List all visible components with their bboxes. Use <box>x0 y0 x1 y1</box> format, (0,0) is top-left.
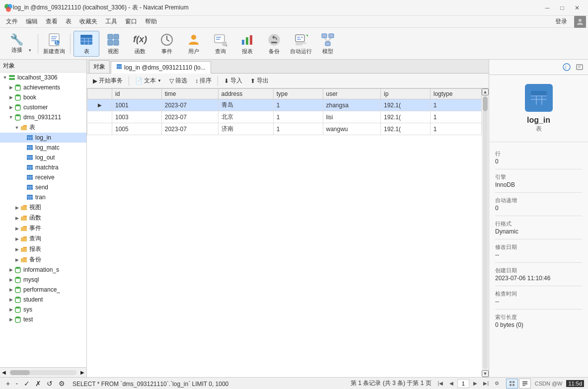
page-number-input[interactable] <box>457 379 469 388</box>
menu-table[interactable]: 表 <box>62 16 75 27</box>
form-view-btn[interactable] <box>519 379 531 389</box>
filter-btn[interactable]: ▽ 筛选 <box>166 75 190 86</box>
svg-rect-48 <box>9 75 15 77</box>
sidebar-item-student[interactable]: ▶ student <box>0 295 86 305</box>
toolbar-view[interactable]: 视图 <box>100 31 126 57</box>
export-btn[interactable]: ⬆ 导出 <box>247 75 272 86</box>
col-time[interactable]: time <box>161 89 218 99</box>
user-avatar[interactable] <box>574 16 586 28</box>
cell-id: 1005 <box>112 123 162 135</box>
col-id[interactable]: id <box>112 89 162 99</box>
toolbar-event[interactable]: 事件 <box>154 31 180 57</box>
toolbar-user[interactable]: 用户 <box>181 31 207 57</box>
right-panel: i log_in 表 <box>489 60 588 377</box>
bottom-add-btn[interactable]: + <box>4 380 12 388</box>
bottom-cancel-btn[interactable]: ✗ <box>33 380 43 388</box>
login-button[interactable]: 登录 <box>552 16 570 27</box>
sidebar-item-achievements[interactable]: ▶ achievements <box>0 82 86 92</box>
sidebar-item-log_matc[interactable]: log_matc <box>0 143 86 153</box>
table-row[interactable]: 1005 2023-07 济南 1 wangwu 192.1( 1 <box>87 123 482 135</box>
toolbar-connect[interactable]: 🔧 连接 ▼ <box>4 31 35 57</box>
bottom-delete-btn[interactable]: - <box>14 380 20 388</box>
toolbar-new-query[interactable]: f (x) 新建查询 <box>41 31 67 57</box>
settings-btn[interactable]: ⚙ <box>492 379 502 388</box>
sidebar-item-functions[interactable]: ▶ 函数 <box>0 213 86 223</box>
sidebar-item-views[interactable]: ▶ 视图 <box>0 202 86 213</box>
menu-help[interactable]: 帮助 <box>141 16 161 27</box>
sidebar-item-send[interactable]: send <box>0 182 86 192</box>
sidebar-item-customer[interactable]: ▶ customer <box>0 102 86 112</box>
sidebar-item-reports[interactable]: ▶ 报表 <box>0 244 86 254</box>
sidebar-item-tables-group[interactable]: ▼ 表 <box>0 122 86 133</box>
view-icon <box>105 32 121 47</box>
info-btn[interactable]: i <box>561 62 572 73</box>
menu-tools[interactable]: 工具 <box>101 16 121 27</box>
sidebar-item-events[interactable]: ▶ 事件 <box>0 223 86 233</box>
sidebar-item-tran[interactable]: tran <box>0 192 86 202</box>
sidebar-item-book[interactable]: ▶ book <box>0 92 86 102</box>
titlebar: log_in @dms_093121110 (localhost_3306) -… <box>0 0 588 16</box>
sidebar-item-log_in[interactable]: log_in <box>0 133 86 143</box>
prev-page-btn[interactable]: ◀ <box>446 379 456 388</box>
bottom-check-btn[interactable]: ✓ <box>22 380 32 388</box>
begin-transaction-btn[interactable]: ▶ 开始事务 <box>90 75 126 86</box>
sidebar-item-test[interactable]: ▶ test <box>0 314 86 324</box>
tables-folder-icon <box>20 124 28 132</box>
col-logtype[interactable]: logtype <box>430 89 481 99</box>
toolbar-autorun[interactable]: 自动运行 <box>288 31 314 57</box>
sidebar-item-localhost[interactable]: ▼ localhost_3306 <box>0 73 86 82</box>
maximize-button[interactable]: □ <box>555 2 569 13</box>
toolbar-report[interactable]: 报表 <box>234 31 260 57</box>
menu-favorites[interactable]: 收藏夹 <box>75 16 101 27</box>
toolbar-table[interactable]: 表 <box>74 31 99 57</box>
sidebar-item-backup[interactable]: ▶ 备份 <box>0 254 86 265</box>
bottom-refresh-btn[interactable]: ↺ <box>45 380 55 388</box>
bottom-settings-btn[interactable]: ⚙ <box>57 380 67 388</box>
scroll-left-btn[interactable]: ◀ <box>0 368 8 378</box>
minimize-button[interactable]: ─ <box>540 2 554 13</box>
ddl-btn[interactable] <box>574 62 585 73</box>
sidebar-hscroll-track[interactable] <box>10 370 76 375</box>
toolbar-sep <box>129 76 129 86</box>
tab-object[interactable]: 对象 <box>89 60 110 73</box>
menu-edit[interactable]: 编辑 <box>22 16 42 27</box>
table-row[interactable]: 1003 2023-07 北京 1 lisi 192.1( 1 <box>87 111 482 123</box>
scroll-track[interactable] <box>483 96 488 369</box>
col-address[interactable]: address <box>218 89 273 99</box>
menu-window[interactable]: 窗口 <box>121 16 141 27</box>
text-btn[interactable]: 📄 文本 ▼ <box>132 75 164 86</box>
sidebar-item-mysql[interactable]: ▶ mysql <box>0 275 86 285</box>
toolbar-function[interactable]: f(x) 函数 <box>127 31 153 57</box>
grid-view-btn[interactable] <box>506 379 518 389</box>
menu-file[interactable]: 文件 <box>2 16 22 27</box>
last-page-btn[interactable]: ▶| <box>481 379 491 388</box>
info-divider <box>495 309 582 310</box>
col-user[interactable]: user <box>323 89 380 99</box>
sidebar-item-receive[interactable]: receive <box>0 172 86 182</box>
toolbar-backup[interactable]: 备份 <box>261 31 287 57</box>
col-type[interactable]: type <box>273 89 323 99</box>
sidebar-item-log_out[interactable]: log_out <box>0 153 86 162</box>
import-btn[interactable]: ⬇ 导入 <box>221 75 245 86</box>
sidebar: 对象 ▼ localhost_3306 ▶ achievements <box>0 60 87 377</box>
toolbar-model[interactable]: 模型 <box>315 31 341 57</box>
toolbar-query[interactable]: 查询 <box>208 31 233 57</box>
sidebar-item-queries[interactable]: ▶ 查询 <box>0 233 86 244</box>
first-page-btn[interactable]: |◀ <box>436 379 445 388</box>
tab-log-in[interactable]: log_in @dms_093121110 (lo... <box>111 61 211 74</box>
sort-btn[interactable]: ↕ 排序 <box>192 75 215 86</box>
menu-view[interactable]: 查看 <box>42 16 62 27</box>
table-row[interactable]: ▶ 1001 2023-07 青岛 1 zhangsa 192.1( 1 <box>87 99 482 111</box>
scroll-down-btn[interactable]: ▼ <box>482 370 489 377</box>
sidebar-item-matchtra[interactable]: matchtra <box>0 162 86 172</box>
sidebar-item-dms[interactable]: ▼ dms_0931211 <box>0 112 86 122</box>
col-ip[interactable]: ip <box>381 89 431 99</box>
sidebar-item-performance[interactable]: ▶ performance_ <box>0 285 86 295</box>
next-page-btn[interactable]: ▶ <box>470 379 480 388</box>
table-vscroll[interactable]: ▲ ▼ <box>482 88 489 377</box>
scroll-up-btn[interactable]: ▲ <box>482 88 489 95</box>
scroll-right-btn[interactable]: ▶ <box>78 368 86 378</box>
sidebar-item-sys[interactable]: ▶ sys <box>0 305 86 314</box>
sidebar-item-information[interactable]: ▶ information_s <box>0 265 86 275</box>
close-button[interactable]: ✕ <box>570 2 584 13</box>
